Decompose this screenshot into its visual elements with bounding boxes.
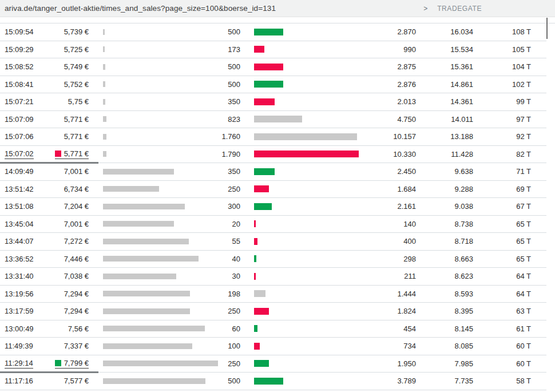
- cumulative-turnover-total: 64 T: [516, 286, 531, 303]
- cumulative-turnover-total: 71 T: [516, 163, 531, 180]
- volume-bar: [254, 29, 283, 35]
- volume-bar: [254, 46, 264, 53]
- trade-time: 15:09:54: [5, 23, 34, 41]
- price-level-bar: [103, 81, 105, 87]
- volume-bar: [254, 290, 265, 297]
- trade-price: 5,752 €: [64, 76, 89, 93]
- price-direction-icon: [55, 360, 61, 366]
- volume-bar: [254, 116, 302, 122]
- trade-volume: 173: [228, 41, 240, 58]
- turnover-value: 1.950: [397, 355, 416, 373]
- trade-price: 5,739 €: [64, 23, 89, 41]
- cumulative-turnover-total: 60 T: [516, 338, 531, 355]
- price-level-bar: [103, 221, 174, 227]
- trade-volume: 350: [228, 163, 240, 180]
- price-level-bar: [103, 274, 176, 279]
- volume-bar: [254, 220, 256, 227]
- table-row: 15:07:02 5,771 € 1.790 10.330 11.428 82 …: [0, 146, 546, 164]
- cumulative-turnover-total: 58 T: [516, 373, 531, 390]
- volume-bar: [254, 378, 283, 385]
- trade-volume: 300: [228, 198, 240, 215]
- cumulative-turnover-total: 105 T: [512, 41, 531, 58]
- volume-bar: [254, 255, 256, 262]
- cumulative-volume: 13.188: [450, 128, 473, 145]
- trade-price: 7,799 €: [55, 355, 89, 373]
- turnover-value: 1.684: [397, 181, 416, 198]
- volume-bar: [254, 238, 257, 245]
- table-row: 13:00:49 7,56 € 60 454 8.145 61 T: [0, 320, 546, 338]
- header-bar: ariva.de/tanger_outlet-aktie/times_and_s…: [0, 0, 555, 17]
- table-row: 14:09:49 7,001 € 350 2.450 9.638 71 T: [0, 163, 546, 181]
- cumulative-turnover-total: 63 T: [516, 303, 531, 320]
- volume-bar: [254, 273, 256, 280]
- trade-time: 15:07:21: [5, 93, 34, 110]
- trade-time: 13:44:07: [5, 233, 34, 250]
- cumulative-volume: 8.145: [454, 320, 473, 338]
- turnover-value: 4.750: [397, 111, 416, 128]
- volume-bar: [254, 325, 257, 332]
- price-level-bar: [103, 291, 190, 296]
- cumulative-volume: 9.638: [454, 163, 473, 180]
- turnover-value: 990: [403, 41, 416, 58]
- price-level-bar: [103, 308, 190, 314]
- trade-time: 15:07:09: [5, 111, 34, 128]
- trade-price: 7,204 €: [64, 198, 89, 215]
- price-direction-icon: [55, 151, 61, 157]
- trade-price: 7,577 €: [64, 373, 89, 390]
- cumulative-volume: 8.718: [454, 233, 473, 250]
- trade-volume: 1.790: [221, 146, 240, 163]
- table-row: 13:19:56 7,294 € 198 1.444 8.593 64 T: [0, 286, 546, 303]
- trade-time: 11:17:16: [5, 373, 33, 390]
- cumulative-volume: 14.861: [450, 76, 473, 93]
- volume-bar: [254, 343, 260, 350]
- cumulative-turnover-total: 65 T: [516, 251, 531, 268]
- address-text[interactable]: ariva.de/tanger_outlet-aktie/times_and_s…: [0, 4, 276, 13]
- trade-time: 13:36:52: [5, 251, 34, 268]
- trade-price: 5,75 €: [68, 93, 89, 110]
- turnover-value: 2.870: [397, 23, 416, 41]
- trade-time: 13:17:59: [5, 303, 34, 320]
- volume-bar: [254, 203, 272, 210]
- cumulative-volume: 9.288: [454, 181, 473, 198]
- cumulative-volume: 8.395: [454, 303, 473, 320]
- trade-volume: 198: [228, 286, 240, 303]
- trade-price: 5,771 €: [64, 128, 89, 145]
- cumulative-volume: 14.361: [450, 93, 473, 110]
- cumulative-turnover-total: 65 T: [516, 233, 531, 250]
- table-row: 15:07:21 5,75 € 350 2.013 14.361 99 T: [0, 93, 546, 111]
- cumulative-turnover-total: 61 T: [516, 320, 531, 338]
- cumulative-volume: 14.011: [451, 111, 473, 128]
- scrollbar-thumb[interactable]: [546, 18, 548, 39]
- trade-volume: 823: [228, 111, 240, 128]
- trade-price: 5,771 €: [64, 111, 89, 128]
- trade-time: 15:08:41: [5, 76, 34, 93]
- price-level-bar: [103, 343, 192, 349]
- table-row: 13:17:59 7,294 € 250 1.824 8.395 63 T: [0, 303, 546, 320]
- cumulative-turnover-total: 82 T: [516, 146, 531, 163]
- price-level-bar: [103, 361, 218, 366]
- trade-price: 7,337 €: [64, 338, 89, 355]
- price-level-bar: [103, 151, 106, 157]
- cumulative-volume: 8.085: [454, 338, 473, 355]
- exchange-selector[interactable]: > TRADEGATE: [423, 0, 482, 17]
- cumulative-turnover-total: 92 T: [516, 128, 531, 145]
- exchange-label: TRADEGATE: [437, 5, 482, 13]
- table-row: 15:09:54 5,739 € 500 2.870 16.034 108 T: [0, 23, 546, 41]
- cumulative-turnover-total: 69 T: [516, 181, 531, 198]
- turnover-value: 454: [403, 320, 416, 338]
- cumulative-volume: 8.623: [454, 268, 473, 285]
- cumulative-turnover-total: 104 T: [512, 58, 531, 76]
- table-row: 11:29:14 7,799 € 250 1.950 7.985 60 T: [0, 355, 546, 373]
- table-row: 11:17:16 7,577 € 500 3.789 7.735 58 T: [0, 373, 546, 390]
- turnover-value: 298: [403, 251, 416, 268]
- table-row: 15:08:52 5,749 € 500 2.875 15.361 104 T: [0, 58, 546, 76]
- turnover-value: 3.789: [397, 373, 416, 390]
- cumulative-volume: 8.593: [454, 286, 473, 303]
- trade-volume: 250: [228, 355, 240, 373]
- price-level-bar: [103, 239, 189, 244]
- trade-price: 6,734 €: [64, 181, 89, 198]
- trade-time: 11:49:39: [5, 338, 33, 355]
- trade-time: 13:51:08: [5, 198, 34, 215]
- table-row: 15:09:29 5,725 € 173 990 15.534 105 T: [0, 41, 546, 59]
- turnover-value: 2.876: [397, 76, 416, 93]
